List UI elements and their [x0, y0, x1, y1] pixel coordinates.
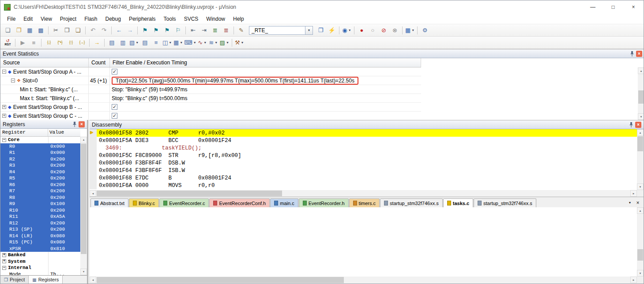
register-row[interactable]: R00x000: [0, 143, 80, 150]
disassembly-margin[interactable]: [90, 182, 97, 189]
disassembly-vscrollbar[interactable]: ▲ ▼: [637, 129, 644, 190]
scrollbar-thumb[interactable]: [97, 191, 282, 196]
column-header-count[interactable]: Count: [89, 58, 110, 67]
collapse-icon[interactable]: −: [2, 266, 6, 270]
scroll-up-icon[interactable]: ▲: [637, 207, 644, 214]
breakpoint-disable-icon[interactable]: ○: [368, 26, 378, 35]
column-header-filter[interactable]: Filter Enable / Execution Timing: [110, 58, 421, 67]
breakpoint-kill-icon[interactable]: ⊘: [379, 26, 389, 35]
open-file-icon[interactable]: ❐: [14, 26, 24, 35]
unindent-icon[interactable]: ⇤: [188, 26, 198, 35]
editor-tab-abstract-txt[interactable]: Abstract.txt: [90, 198, 128, 207]
rte-combobox-value[interactable]: _RTE_: [249, 26, 305, 35]
breakpoint-toggle-icon[interactable]: ●: [357, 26, 367, 35]
show-next-statement-icon[interactable]: →: [92, 38, 102, 48]
save-all-icon[interactable]: ▩: [36, 26, 46, 35]
disassembly-line[interactable]: 0x08001F5C F8C89000 STR r9,[r8,#0x00]: [90, 152, 637, 159]
scroll-up-icon[interactable]: ▲: [80, 137, 87, 143]
undo-icon[interactable]: ↶: [88, 26, 98, 35]
menu-project[interactable]: Project: [56, 15, 80, 23]
register-row[interactable]: R20x200: [0, 156, 80, 163]
redo-icon[interactable]: ↷: [99, 26, 109, 35]
event-row[interactable]: Max t: Start: "Blinky.c" (...Stop: "Blin…: [0, 94, 421, 103]
editor-hscrollbar[interactable]: ◄ ►: [90, 277, 637, 284]
collapse-icon[interactable]: −: [2, 70, 6, 74]
command-window-icon[interactable]: ▤: [107, 38, 117, 48]
navigate-back-icon[interactable]: ←: [114, 26, 124, 35]
next-bookmark-icon[interactable]: ⚑: [162, 26, 172, 35]
scroll-down-icon[interactable]: ▼: [637, 183, 644, 190]
pin-icon[interactable]: [629, 122, 633, 128]
disassembly-margin[interactable]: [90, 159, 97, 167]
filter-enable-checkbox[interactable]: ✓: [112, 104, 117, 110]
toggle-bookmark-icon[interactable]: ⚑: [140, 26, 150, 35]
breakpoint-clear-icon[interactable]: ⊗: [390, 26, 400, 35]
menu-help[interactable]: Help: [229, 15, 248, 23]
run-icon[interactable]: ▶: [18, 38, 28, 48]
scroll-down-icon[interactable]: ▼: [80, 269, 87, 275]
find-symbol-icon[interactable]: ◉▼: [342, 26, 352, 35]
register-row[interactable]: ModeTh...: [0, 271, 80, 276]
expand-icon[interactable]: +: [2, 105, 6, 109]
event-row[interactable]: Min t: Start: "Blinky.c" (...Stop: "Blin…: [0, 85, 421, 94]
bottom-tab-project[interactable]: ❐Project: [0, 276, 29, 284]
disassembly-line[interactable]: ►0x08001F58 2802 CMP r0,#0x02: [90, 129, 637, 137]
register-row[interactable]: −Internal: [0, 265, 80, 271]
analysis-window-icon-dropdown[interactable]: ▼: [203, 41, 207, 44]
rte-combobox[interactable]: _RTE_▼: [249, 26, 313, 35]
close-button[interactable]: ×: [623, 0, 644, 14]
scrollbar-thumb[interactable]: [637, 136, 643, 151]
register-row[interactable]: R100x200: [0, 207, 80, 214]
registers-vscrollbar[interactable]: ▲ ▼: [80, 137, 87, 275]
menu-svcs[interactable]: SVCS: [180, 15, 203, 23]
filter-enable-checkbox[interactable]: ✓: [112, 113, 117, 119]
watch-window-icon[interactable]: ◫▼: [162, 38, 172, 48]
disassembly-line[interactable]: 0x08001F6A 0000 MOVS r0,r0: [90, 182, 637, 189]
column-header-value[interactable]: Value: [48, 129, 80, 136]
serial-window-icon[interactable]: ⌨▼: [184, 38, 196, 48]
column-header-source[interactable]: Source: [0, 58, 89, 67]
menu-view[interactable]: View: [37, 15, 56, 23]
window-layout-icon-dropdown[interactable]: ▼: [411, 29, 414, 32]
editor-tab-eventrecorder-h[interactable]: EventRecorder.h: [299, 198, 349, 207]
register-row[interactable]: R40x200: [0, 169, 80, 176]
menu-tools[interactable]: Tools: [160, 15, 180, 23]
bottom-tab-registers[interactable]: ▦Registers: [29, 276, 63, 284]
close-panel-icon[interactable]: ×: [636, 51, 642, 57]
uncomment-icon[interactable]: ≣: [221, 26, 231, 35]
register-row[interactable]: +System: [0, 258, 80, 265]
system-viewer-icon-dropdown[interactable]: ▼: [226, 41, 229, 44]
scrollbar-thumb[interactable]: [81, 144, 87, 254]
menu-edit[interactable]: Edit: [19, 15, 37, 23]
save-icon[interactable]: ▦: [25, 26, 35, 35]
editor-tab-eventrecorder-c[interactable]: EventRecorder.c: [159, 198, 209, 207]
register-row[interactable]: R50x200: [0, 175, 80, 182]
scrollbar-thumb[interactable]: [637, 249, 643, 261]
register-row[interactable]: R120x200: [0, 220, 80, 227]
rte-combobox-dropdown-icon[interactable]: ▼: [305, 26, 313, 35]
menu-flash[interactable]: Flash: [80, 15, 101, 23]
register-row[interactable]: R70x200: [0, 188, 80, 194]
watch-window-icon-dropdown[interactable]: ▼: [169, 41, 172, 44]
editor-tab-eventrecorderconf-h[interactable]: EventRecorderConf.h: [209, 198, 270, 207]
register-row[interactable]: R30x200: [0, 162, 80, 169]
register-row[interactable]: R80x200: [0, 194, 80, 201]
editor-tab-main-c[interactable]: main.c: [270, 198, 298, 207]
disassembly-window-icon[interactable]: ▥: [118, 38, 128, 48]
register-row[interactable]: R14 (LR)0x080: [0, 233, 80, 239]
memory-window-icon-dropdown[interactable]: ▼: [180, 41, 183, 44]
editor-tab-startup-stm32f746xx-s[interactable]: startup_stm32f746xx.s: [474, 198, 536, 207]
registers-window-icon[interactable]: ▤: [140, 38, 150, 48]
prev-bookmark-icon[interactable]: ⚑: [151, 26, 161, 35]
scrollbar-thumb[interactable]: [97, 277, 344, 283]
disassembly-line[interactable]: 0x08001F60 F3BF8F4F DSB.W: [90, 159, 637, 167]
minimize-button[interactable]: —: [583, 0, 603, 14]
menu-window[interactable]: Window: [202, 15, 229, 23]
expand-icon[interactable]: +: [2, 259, 6, 263]
reset-icon[interactable]: ↺RST: [3, 38, 13, 48]
disassembly-margin[interactable]: [90, 152, 97, 159]
disassembly-line[interactable]: 0x08001F5A D3E3 BCC 0x08001F24: [90, 137, 637, 144]
editor-tab-tasks-c[interactable]: tasks.c: [443, 198, 473, 207]
register-row[interactable]: xPSR0x810: [0, 246, 80, 252]
tab-list-dropdown-icon[interactable]: ▼: [626, 199, 633, 206]
